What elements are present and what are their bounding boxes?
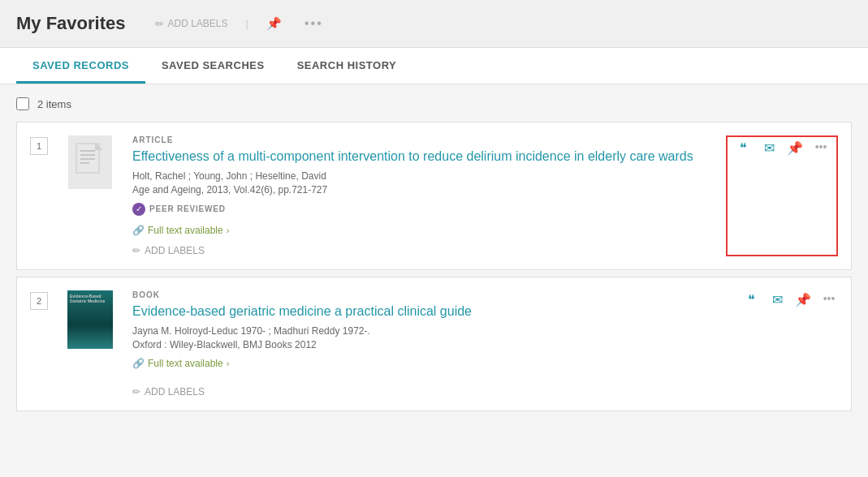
select-all-checkbox[interactable]	[16, 97, 29, 110]
record-authors-1: Holt, Rachel ; Young, John ; Heseltine, …	[132, 170, 713, 182]
add-labels-button-2[interactable]: ✏ ADD LABELS	[132, 386, 205, 398]
record-title-2[interactable]: Evidence-based geriatric medicine a prac…	[132, 303, 729, 320]
record-thumbnail-1	[61, 135, 119, 256]
record-thumbnail-2: Evidence-Based Geriatric Medicine	[61, 290, 119, 398]
book-cover-text: Evidence-Based Geriatric Medicine	[70, 294, 110, 304]
more-header-button[interactable]: •••	[300, 13, 328, 34]
record-source-1: Age and Ageing, 2013, Vol.42(6), pp.721-…	[132, 184, 713, 196]
table-row: 2 Evidence-Based Geriatric Medicine BOOK…	[16, 277, 852, 411]
chevron-icon-1: ›	[227, 226, 230, 235]
record-type-1: ARTICLE	[132, 135, 713, 144]
pin-icon-header: 📌	[266, 16, 282, 31]
page-title: My Favorites	[16, 13, 126, 34]
full-text-label-2: Full text available	[148, 358, 223, 369]
peer-reviewed-badge-1: ✓ PEER REVIEWED	[132, 203, 226, 216]
pencil-icon-1: ✏	[132, 245, 140, 256]
record-number-2: 2	[30, 292, 48, 310]
record-type-2: BOOK	[132, 290, 729, 299]
record-number-1: 1	[30, 137, 48, 155]
pencil-icon-2: ✏	[132, 386, 140, 398]
pin-button-2[interactable]: 📌	[794, 292, 812, 307]
document-icon	[68, 135, 112, 189]
cite-button-2[interactable]: ❝	[742, 292, 760, 307]
peer-icon-1: ✓	[132, 203, 145, 216]
pin-button-1[interactable]: 📌	[786, 140, 804, 156]
select-all-row: 2 items	[16, 97, 852, 110]
full-text-link-2[interactable]: 🔗 Full text available ›	[132, 358, 229, 369]
item-count: 2 items	[37, 98, 71, 110]
document-svg	[73, 141, 107, 183]
record-body-1: ARTICLE Effectiveness of a multi-compone…	[132, 135, 713, 256]
table-row: 1 ARTICLE Effectiveness of a multi-compo…	[16, 122, 852, 270]
book-cover-inner: Evidence-Based Geriatric Medicine	[67, 290, 113, 349]
record-title-1[interactable]: Effectiveness of a multi-component inter…	[132, 148, 713, 165]
more-icon-header: •••	[304, 16, 323, 31]
add-labels-header-button[interactable]: ✏ ADD LABELS	[150, 15, 233, 33]
more-button-1[interactable]: •••	[812, 140, 830, 153]
add-labels-text-2: ADD LABELS	[145, 386, 205, 398]
cite-button-1[interactable]: ❝	[734, 140, 752, 156]
record-body-2: BOOK Evidence-based geriatric medicine a…	[132, 290, 729, 398]
header-actions: ✏ ADD LABELS | 📌 •••	[150, 13, 328, 34]
content-area: 2 items 1 ARTICLE Effectiveness of a mu	[0, 84, 868, 431]
full-text-link-1[interactable]: 🔗 Full text available ›	[132, 225, 229, 236]
pencil-icon: ✏	[155, 18, 164, 30]
record-authors-2: Jayna M. Holroyd-Leduc 1970- ; Madhuri R…	[132, 325, 729, 337]
header: My Favorites ✏ ADD LABELS | 📌 •••	[0, 0, 868, 48]
email-button-2[interactable]: ✉	[768, 292, 786, 307]
full-text-label-1: Full text available	[148, 225, 223, 236]
add-labels-label: ADD LABELS	[168, 18, 228, 29]
peer-reviewed-label-1: PEER REVIEWED	[149, 204, 226, 213]
add-labels-text-1: ADD LABELS	[145, 245, 205, 256]
record-actions-1: ❝ ✉ 📌 •••	[726, 135, 838, 256]
tab-saved-records[interactable]: SAVED RECORDS	[16, 48, 145, 84]
record-actions-2: ❝ ✉ 📌 •••	[742, 290, 838, 398]
chevron-icon-2: ›	[227, 359, 230, 368]
book-cover-2: Evidence-Based Geriatric Medicine	[67, 290, 113, 349]
tab-search-history[interactable]: SEARCH HISTORY	[281, 48, 413, 84]
tab-saved-searches[interactable]: SAVED SEARCHES	[145, 48, 281, 84]
email-button-1[interactable]: ✉	[760, 140, 778, 156]
link-icon-2: 🔗	[132, 358, 145, 369]
add-labels-button-1[interactable]: ✏ ADD LABELS	[132, 245, 205, 256]
tabs-bar: SAVED RECORDS SAVED SEARCHES SEARCH HIST…	[0, 48, 868, 84]
pin-header-button[interactable]: 📌	[261, 13, 287, 34]
link-icon-1: 🔗	[132, 225, 145, 236]
more-button-2[interactable]: •••	[820, 292, 838, 305]
record-source-2: Oxford : Wiley-Blackwell, BMJ Books 2012	[132, 339, 729, 350]
